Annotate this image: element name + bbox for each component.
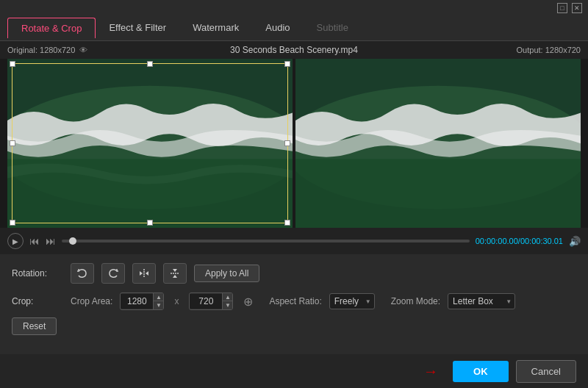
crop-handle-ml[interactable]: [10, 140, 15, 146]
rewind-icon[interactable]: ⏮: [29, 235, 40, 247]
controls-area: Rotation:: [0, 254, 588, 354]
crop-height-input-group: ▲ ▼: [189, 292, 233, 310]
volume-icon[interactable]: 🔊: [569, 236, 581, 247]
crop-handle-bc[interactable]: [147, 220, 153, 226]
aspect-ratio-label: Aspect Ratio:: [269, 296, 321, 306]
progress-dot[interactable]: [69, 237, 76, 245]
zoom-mode-dropdown-wrapper: Letter Box Pan & Scan Full: [448, 293, 515, 309]
svg-rect-5: [295, 159, 581, 228]
eye-icon[interactable]: 👁: [79, 46, 87, 54]
crop-handle-tr[interactable]: [284, 61, 290, 67]
step-back-icon[interactable]: ⏭: [46, 235, 56, 247]
rotate-ccw-button[interactable]: [71, 263, 94, 284]
crop-handle-br[interactable]: [284, 220, 290, 226]
svg-point-4: [295, 86, 581, 209]
arrow-icon: →: [423, 363, 438, 380]
crop-row: Crop: Crop Area: ▲ ▼ x ▲ ▼ ⊕ Aspect Rati…: [12, 292, 576, 310]
svg-rect-0: [7, 59, 293, 228]
crop-height-up[interactable]: ▲: [222, 293, 232, 301]
flip-horizontal-button[interactable]: [132, 263, 156, 284]
aspect-ratio-dropdown[interactable]: Freely 16:9 4:3 1:1 9:16: [329, 293, 375, 309]
ok-button[interactable]: OK: [453, 361, 509, 382]
crop-height-down[interactable]: ▼: [222, 301, 232, 309]
crop-label: Crop:: [12, 296, 63, 306]
flip-vertical-button[interactable]: [163, 263, 187, 284]
zoom-mode-label: Zoom Mode:: [391, 296, 440, 306]
time-display: 00:00:00.00/00:00:30.01: [476, 237, 563, 245]
title-bar: □ ✕: [551, 0, 588, 16]
crop-overlay: [12, 63, 288, 223]
tab-audio[interactable]: Audio: [252, 18, 303, 37]
crop-area-label: Crop Area:: [71, 296, 112, 306]
minimize-button[interactable]: □: [557, 3, 567, 13]
reset-row: Reset: [12, 317, 576, 335]
crop-handle-tl[interactable]: [10, 61, 15, 67]
playback-bar: ▶ ⏮ ⏭ 00:00:00.00/00:00:30.01 🔊: [0, 228, 588, 254]
svg-rect-3: [295, 59, 581, 228]
video-canvas-right: [295, 59, 581, 228]
tab-effect-filter[interactable]: Effect & Filter: [96, 18, 179, 37]
cancel-button[interactable]: Cancel: [516, 360, 576, 383]
rotate-cw-button[interactable]: [101, 263, 125, 284]
crosshair-icon: ⊕: [243, 295, 253, 309]
apply-to-all-button[interactable]: Apply to All: [194, 265, 259, 282]
svg-point-1: [7, 86, 293, 209]
video-panels: [0, 59, 588, 228]
dimension-separator: x: [171, 296, 182, 306]
crop-handle-mr[interactable]: [284, 140, 290, 146]
original-size-label: Original: 1280x720: [7, 46, 75, 54]
tabs-bar: Rotate & Crop Effect & Filter Watermark …: [0, 15, 588, 41]
output-size-label: Output: 1280x720: [517, 46, 581, 54]
svg-marker-8: [146, 271, 148, 276]
video-panel-right: [295, 59, 581, 228]
video-canvas-left: [7, 59, 293, 228]
aspect-ratio-dropdown-wrapper: Freely 16:9 4:3 1:1 9:16: [329, 293, 375, 309]
crop-width-down[interactable]: ▼: [153, 301, 163, 309]
rotation-row: Rotation:: [12, 263, 576, 284]
bottom-bar: → OK Cancel: [0, 354, 588, 388]
info-bar: Original: 1280x720 👁 30 Seconds Beach Sc…: [0, 41, 588, 59]
zoom-mode-dropdown[interactable]: Letter Box Pan & Scan Full: [448, 293, 515, 309]
rotation-label: Rotation:: [12, 268, 63, 279]
crop-width-input[interactable]: [121, 294, 153, 309]
svg-marker-11: [173, 275, 177, 278]
tab-watermark[interactable]: Watermark: [179, 18, 252, 37]
close-button[interactable]: ✕: [572, 3, 582, 13]
crop-width-input-group: ▲ ▼: [120, 292, 164, 310]
play-button[interactable]: ▶: [7, 233, 24, 249]
crop-handle-bl[interactable]: [10, 220, 15, 226]
tab-rotate-crop[interactable]: Rotate & Crop: [7, 18, 96, 38]
crop-height-input[interactable]: [190, 294, 222, 309]
filename-label: 30 Seconds Beach Scenery.mp4: [230, 45, 358, 55]
tab-subtitle: Subtitle: [304, 18, 362, 37]
reset-button[interactable]: Reset: [12, 317, 57, 335]
crop-handle-tc[interactable]: [147, 61, 153, 67]
svg-rect-2: [7, 159, 293, 228]
progress-bar[interactable]: [62, 240, 470, 242]
crop-width-up[interactable]: ▲: [153, 293, 163, 301]
svg-marker-7: [140, 271, 143, 276]
video-panel-left: [7, 59, 293, 228]
svg-marker-10: [173, 269, 177, 272]
